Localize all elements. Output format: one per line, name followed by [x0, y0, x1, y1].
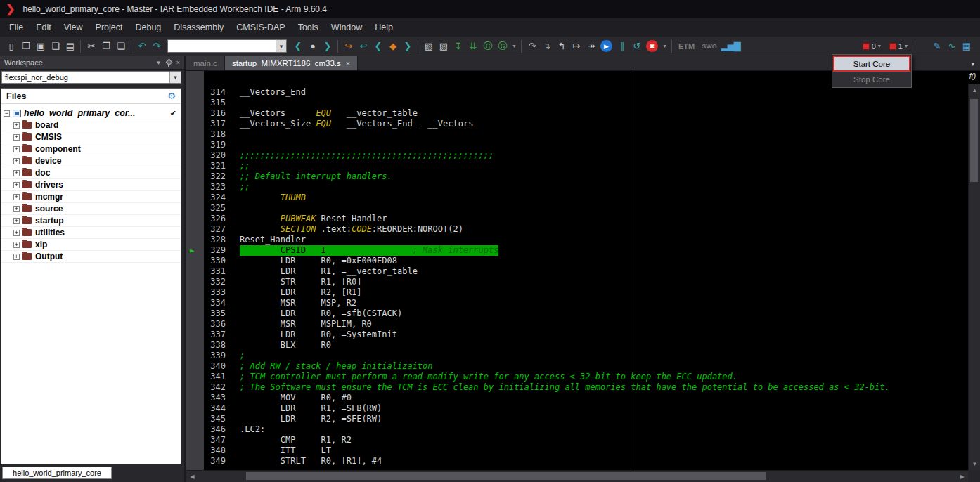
vertical-scroll-thumb[interactable]	[970, 99, 978, 182]
tree-item-board[interactable]: +board	[1, 119, 181, 131]
code-text[interactable]: __Vectors EQU __vector_table	[240, 108, 418, 119]
code-line[interactable]: 345 LDR R2, =SFE(RW)	[186, 414, 968, 424]
download-active-icon[interactable]: ⇊	[466, 39, 479, 53]
code-line[interactable]: 320;;;;;;;;;;;;;;;;;;;;;;;;;;;;;;;;;;;;;…	[186, 150, 968, 161]
code-text[interactable]: STRLT R0, [R1], #4	[240, 456, 382, 467]
tree-item-cmsis[interactable]: +CMSIS	[1, 131, 181, 143]
reset-icon[interactable]: ↺	[630, 39, 643, 53]
redo-icon[interactable]: ↷	[150, 39, 163, 53]
breakpoint-margin[interactable]	[186, 108, 204, 119]
tree-item-startup[interactable]: +startup	[1, 215, 181, 227]
expand-icon[interactable]: +	[13, 242, 20, 248]
core-0-selector[interactable]: 0▾	[859, 42, 884, 51]
breakpoint-margin[interactable]	[186, 435, 204, 445]
breakpoint-margin[interactable]	[186, 330, 204, 340]
code-line[interactable]: 334 MSR MSP, R2	[186, 298, 968, 308]
expand-icon[interactable]: +	[13, 146, 20, 152]
jump-back-icon[interactable]: ↩	[356, 39, 370, 53]
code-text[interactable]: LDR R1, =__vector_table	[240, 266, 418, 277]
code-text[interactable]: ;;	[240, 182, 250, 193]
probe-pen-icon[interactable]: ✎	[930, 39, 943, 53]
scroll-left-icon[interactable]: ◀	[186, 471, 198, 482]
breakpoint-margin[interactable]	[186, 182, 204, 193]
code-text[interactable]: LDR R1, =SFB(RW)	[240, 403, 382, 414]
breakpoint-margin[interactable]	[186, 150, 204, 161]
breakpoint-margin[interactable]	[186, 308, 204, 319]
save-icon[interactable]: ▣	[34, 39, 47, 53]
goto-bookmark-icon[interactable]: ↪	[342, 39, 355, 53]
chevron-down-icon[interactable]: ▾	[661, 39, 668, 53]
close-icon[interactable]: ×	[346, 59, 350, 67]
code-line[interactable]: 343 MOV R0, #0	[186, 393, 968, 403]
breakpoint-margin[interactable]	[186, 298, 204, 308]
breakpoint-margin[interactable]	[186, 319, 204, 330]
code-line[interactable]: 347 CMP R1, R2	[186, 435, 968, 445]
core-1-selector[interactable]: 1▾	[886, 42, 911, 51]
next-bookmark-icon[interactable]: ❯	[401, 39, 414, 53]
breakpoint-margin[interactable]	[186, 287, 204, 298]
step-into-icon[interactable]: ↴	[540, 39, 553, 53]
code-text[interactable]: LDR R2, [R1]	[240, 287, 361, 298]
code-line[interactable]: 341; TCM controller must perform a read-…	[186, 372, 968, 382]
code-text[interactable]: ;;;;;;;;;;;;;;;;;;;;;;;;;;;;;;;;;;;;;;;;…	[240, 150, 494, 161]
breakpoint-margin[interactable]	[186, 382, 204, 393]
code-text[interactable]: ITT LT	[240, 445, 331, 456]
code-line[interactable]: 317__Vectors_Size EQU __Vectors_End - __…	[186, 119, 968, 129]
find-next-icon[interactable]: ❯	[321, 39, 334, 53]
debug-go-icon[interactable]: Ⓖ	[496, 39, 509, 53]
tree-item-hello-world-primary-cor[interactable]: −hello_world_primary_cor...✔	[1, 108, 181, 119]
code-text[interactable]: LDR R0, =SystemInit	[240, 330, 397, 340]
code-text[interactable]: PUBWEAK Reset_Handler	[240, 214, 387, 224]
copy-icon[interactable]: ❐	[99, 39, 112, 53]
find-input[interactable]	[168, 40, 276, 52]
step-out-icon[interactable]: ↰	[555, 39, 568, 53]
breakpoint-margin[interactable]	[186, 161, 204, 171]
chevron-down-icon[interactable]: ▾	[169, 72, 181, 83]
chevron-down-icon[interactable]: ▾	[905, 43, 908, 49]
code-line[interactable]: 349 STRLT R0, [R1], #4	[186, 456, 968, 467]
code-line[interactable]: 316__Vectors EQU __vector_table	[186, 108, 968, 119]
undo-icon[interactable]: ↶	[135, 39, 148, 53]
code-line[interactable]: 336 MSR MSPLIM, R0	[186, 319, 968, 330]
expand-icon[interactable]: +	[13, 134, 20, 141]
compile-icon[interactable]: ▧	[422, 39, 435, 53]
code-line[interactable]: 338 BLX R0	[186, 340, 968, 351]
breakpoint-margin[interactable]	[186, 372, 204, 382]
code-viewport[interactable]: 314__Vectors_End315316__Vectors EQU __ve…	[186, 71, 968, 470]
breakpoint-margin[interactable]	[186, 203, 204, 214]
scroll-up-icon[interactable]: ▲	[969, 84, 980, 96]
code-text[interactable]: ; Add RW / stack / heap initializaiton	[240, 361, 433, 372]
code-text[interactable]: MSR MSPLIM, R0	[240, 319, 372, 330]
code-line[interactable]: 325	[186, 203, 968, 214]
goto-function-button[interactable]: f()	[967, 72, 979, 83]
breakpoint-margin[interactable]	[186, 266, 204, 277]
swo-button[interactable]: SWO	[699, 43, 720, 50]
workspace-tab[interactable]: hello_world_primary_core	[2, 467, 112, 479]
code-line[interactable]: 337 LDR R0, =SystemInit	[186, 330, 968, 340]
scroll-down-icon[interactable]: ▼	[969, 458, 980, 470]
configuration-dropdown[interactable]: flexspi_nor_debug ▾	[1, 71, 181, 84]
code-line[interactable]: 326 PUBWEAK Reset_Handler	[186, 214, 968, 224]
tab-main-c[interactable]: main.c	[186, 56, 225, 70]
pin-icon[interactable]	[166, 59, 171, 67]
breakpoint-margin[interactable]	[186, 277, 204, 287]
horizontal-scroll-thumb[interactable]	[246, 472, 766, 480]
breakpoint-margin[interactable]	[186, 403, 204, 414]
breakpoint-margin[interactable]	[186, 340, 204, 351]
breakpoint-margin[interactable]	[186, 214, 204, 224]
cstat-analyze-icon[interactable]: Ⓒ	[481, 39, 494, 53]
chevron-down-icon[interactable]: ▾	[276, 40, 286, 52]
find-previous-icon[interactable]: ❮	[291, 39, 304, 53]
code-text[interactable]: ; TCM controller must perform a read-mod…	[240, 372, 737, 382]
tree-item-source[interactable]: +source	[1, 203, 181, 215]
breakpoint-margin[interactable]	[186, 445, 204, 456]
menu-debug[interactable]: Debug	[129, 20, 167, 35]
breakpoint-margin[interactable]	[186, 119, 204, 129]
expand-icon[interactable]: +	[13, 170, 20, 176]
code-text[interactable]: __Vectors_End	[240, 87, 306, 98]
close-icon[interactable]: ×	[176, 59, 180, 66]
breakpoint-margin[interactable]	[186, 171, 204, 182]
expand-icon[interactable]: +	[13, 122, 20, 129]
expand-icon[interactable]: +	[13, 194, 20, 200]
tree-item-xip[interactable]: +xip	[1, 239, 181, 251]
